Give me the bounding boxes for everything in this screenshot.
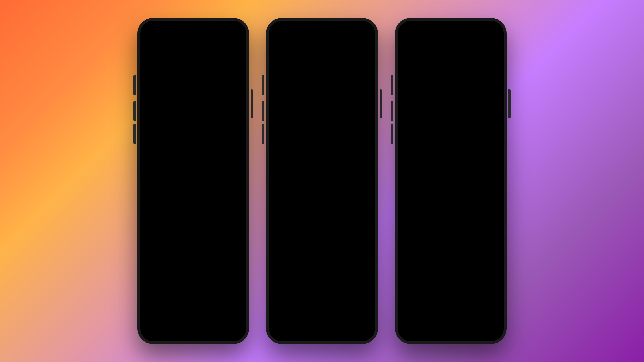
whats-new-content: What's New inApple Music (269, 36, 375, 199)
progress-section[interactable]: 0:30 Dolby Atmos -2:53 (398, 160, 504, 167)
song-item-1[interactable]: All I Need LP Giobbi ··· (140, 145, 246, 164)
tab-bar: Listen Now Browse (143, 317, 243, 341)
play-icon: ▶ (161, 116, 165, 122)
rewind-button[interactable] (413, 174, 426, 188)
shuffle-label: Shuffle (212, 116, 229, 122)
crossfade-title: Crossfade Between Songs (299, 112, 365, 118)
song-item-2[interactable]: Higher Ground (feat. Naomi Wild) ODESZA … (140, 164, 246, 184)
feature-crossfade: Crossfade Between Songs Smoothly transit… (279, 112, 365, 130)
next-icon[interactable]: ⏭ (234, 304, 240, 311)
svg-point-14 (280, 81, 293, 93)
privacy-link[interactable]: See how your data is managed... (297, 194, 347, 198)
songs-list: All I Need LP Giobbi ··· Higher Ground (… (140, 145, 246, 203)
song-thumb-3 (145, 186, 158, 200)
song-more-1[interactable]: ··· (236, 151, 242, 158)
forward-button[interactable] (476, 174, 488, 188)
phone-2-screen: 13:51 76% What's New inAppl (269, 21, 375, 341)
song-info-2: Higher Ground (feat. Naomi Wild) ODESZA (161, 169, 236, 179)
svg-rect-22 (489, 29, 494, 32)
album-art (398, 36, 504, 139)
progress-bar[interactable] (405, 160, 497, 161)
album-art-image (398, 36, 504, 139)
mini-controls: ⏸ ⏭ (223, 304, 240, 311)
status-time-1: 9:41 (148, 28, 157, 33)
status-bar-1: 9:41 (140, 21, 246, 36)
group-button[interactable] (204, 39, 214, 49)
radio-icon (190, 324, 196, 332)
avatar-3: 👧 (159, 96, 167, 104)
player-bottom: Lavender Haze E Taylor Swift ··· 0:30 (398, 139, 504, 224)
queue-button[interactable] (478, 208, 485, 215)
mini-player-info: All I Need (162, 305, 220, 310)
svg-rect-5 (171, 326, 173, 328)
song-name-3: Lovely Sewer (161, 190, 242, 196)
svg-text:♪: ♪ (318, 143, 319, 146)
download-button[interactable] (217, 39, 227, 49)
svg-rect-7 (171, 329, 173, 331)
svg-point-9 (193, 328, 194, 329)
tab-library[interactable]: Library (203, 317, 223, 341)
playlist-title: Game Night (140, 52, 246, 69)
status-icons-2: 76% (344, 29, 367, 33)
tab-browse[interactable]: Browse (163, 317, 183, 341)
song-more-2[interactable]: ··· (236, 170, 242, 178)
song-name-1: All I Need (161, 150, 236, 155)
svg-point-29 (432, 55, 453, 86)
song-artist: Taylor Swift (405, 152, 455, 158)
shuffle-icon: ⇄ (206, 116, 210, 122)
updated-label: Updated Today (170, 101, 220, 105)
shareplay-text: SharePlay Everyone can play and control … (299, 80, 365, 104)
battery-icon-1 (231, 28, 238, 33)
collaborators[interactable]: 👩 👦 👧 Tania Castillo & 3 Others › Update… (140, 69, 246, 108)
crossfade-desc: Smoothly transition between tracks so th… (299, 119, 365, 130)
battery-badge: 76% (358, 29, 367, 33)
nav-right-buttons: ··· (204, 39, 239, 49)
status-right-3: SOS (473, 29, 496, 33)
play-button[interactable]: ▶ Play (147, 112, 191, 126)
volume-bar[interactable] (412, 196, 488, 197)
shuffle-button[interactable]: ⇄ Shuffle (195, 112, 239, 126)
dolby-atmos-label: Dolby Atmos (446, 163, 455, 167)
pause-icon[interactable]: ⏸ (223, 304, 229, 311)
collaborator-info: Tania Castillo & 3 Others › Updated Toda… (170, 95, 220, 105)
browse-icon (170, 324, 176, 332)
play-label: Play (167, 116, 177, 122)
volume-control[interactable] (398, 194, 504, 199)
back-button[interactable]: ‹ (147, 39, 157, 49)
song-more-button[interactable]: ··· (491, 144, 497, 152)
signal-icon-2 (344, 29, 350, 33)
search-icon (230, 324, 236, 332)
home-indicator-1 (173, 336, 213, 337)
song-thumb-1 (145, 148, 158, 161)
phone-2: 13:51 76% What's New inAppl (266, 18, 378, 344)
mini-player[interactable]: 🎵 All I Need ⏸ ⏭ (143, 298, 243, 317)
phone-1: 9:41 (137, 18, 249, 344)
listen-now-icon (150, 324, 156, 332)
svg-rect-8 (173, 329, 176, 331)
crossfade-icon (279, 112, 294, 126)
privacy-text: Your searches, browsing, purchases and d… (279, 158, 365, 199)
wifi-icon-3 (482, 29, 487, 32)
pause-button[interactable] (443, 172, 459, 189)
more-label[interactable]: MORE (225, 136, 237, 141)
action-buttons: ▶ Play ⇄ Shuffle (140, 108, 246, 130)
crossfade-icon-wrap (279, 112, 294, 126)
whats-new-title: What's New inApple Music (279, 48, 365, 68)
airplay-button[interactable] (447, 208, 455, 215)
tab-radio[interactable]: Radio (183, 317, 203, 341)
continue-button[interactable]: Continue (279, 308, 365, 324)
playlist-description: Add your game night songs, and we'll all… (140, 130, 246, 145)
tab-search[interactable]: Search (223, 317, 243, 341)
svg-marker-35 (450, 212, 452, 214)
mini-player-thumb: 🎵 (147, 301, 159, 314)
status-bar-3: 10:51 SOS (398, 21, 504, 36)
svg-point-27 (456, 86, 467, 92)
progress-handle[interactable] (414, 159, 418, 163)
tab-listen-now[interactable]: Listen Now (143, 317, 163, 341)
library-icon (210, 324, 216, 332)
playback-controls (398, 169, 504, 194)
song-name-2: Higher Ground (feat. Naomi Wild) (161, 169, 236, 174)
song-item-3[interactable]: Lovely Sewer (140, 184, 246, 203)
lyrics-button[interactable] (416, 208, 424, 215)
more-button[interactable]: ··· (230, 39, 239, 49)
